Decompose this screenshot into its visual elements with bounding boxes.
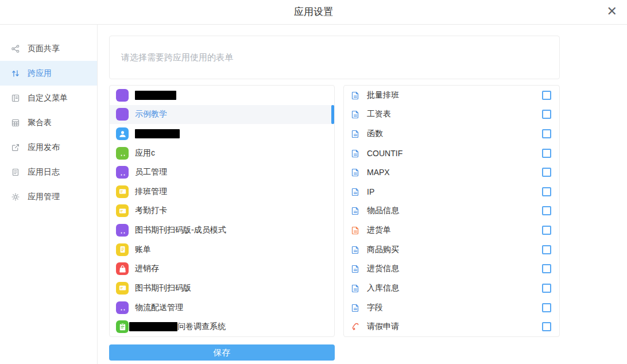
card-icon xyxy=(116,204,129,217)
app-name: 进销存 xyxy=(135,264,159,274)
doc-icon xyxy=(351,129,360,138)
sidebar-item-label: 页面共享 xyxy=(28,44,60,54)
doc-icon xyxy=(351,110,360,119)
doc-icon xyxy=(351,168,360,177)
form-name: 批量排班 xyxy=(367,90,399,100)
form-checkbox[interactable] xyxy=(542,303,551,312)
sidebar-item-5[interactable]: 应用日志 xyxy=(0,160,97,184)
save-button[interactable]: 保存 xyxy=(109,344,335,361)
doc-icon xyxy=(351,206,360,215)
table-icon xyxy=(11,118,20,127)
app-name: 考勤打卡 xyxy=(135,206,167,216)
bill-icon xyxy=(116,243,129,256)
chart-icon xyxy=(116,108,129,121)
form-checkbox[interactable] xyxy=(542,226,551,235)
form-row[interactable]: COUNTIF xyxy=(344,144,559,163)
app-list: 示例教学应用c员工管理排班管理考勤打卡图书期刊扫码版-成员模式账单进销存图书期刊… xyxy=(109,85,335,337)
form-checkbox[interactable] xyxy=(542,129,551,138)
flow-icon xyxy=(351,322,360,331)
sidebar-item-0[interactable]: 页面共享 xyxy=(0,36,97,61)
bag-icon xyxy=(116,262,129,275)
form-row[interactable]: 进货单 xyxy=(344,220,559,240)
form-checkbox[interactable] xyxy=(542,322,551,331)
app-name: 物流配送管理 xyxy=(135,303,183,313)
card-icon xyxy=(116,185,129,198)
redacted-text xyxy=(135,91,176,100)
swap-icon xyxy=(11,69,20,78)
sidebar-item-label: 应用管理 xyxy=(28,192,60,202)
form-row[interactable]: 字段 xyxy=(344,298,559,317)
form-checkbox[interactable] xyxy=(542,110,551,119)
log-icon xyxy=(11,168,20,177)
form-row[interactable]: IP xyxy=(344,182,559,202)
app-row[interactable]: 账单 xyxy=(110,240,334,260)
app-row[interactable] xyxy=(110,86,334,105)
redacted-text xyxy=(135,129,180,138)
app-row[interactable]: 物流配送管理 xyxy=(110,298,334,317)
app-name: 示例教学 xyxy=(135,109,167,119)
form-row[interactable]: 入库信息 xyxy=(344,278,559,298)
app-name xyxy=(135,91,176,100)
cart-icon xyxy=(116,224,129,237)
gear-icon xyxy=(11,192,20,202)
form-checkbox[interactable] xyxy=(542,284,551,293)
page-title: 应用设置 xyxy=(0,0,627,24)
sidebar-item-4[interactable]: 应用发布 xyxy=(0,135,97,160)
form-checkbox[interactable] xyxy=(542,206,551,215)
app-row[interactable]: 员工管理 xyxy=(110,162,334,182)
form-row[interactable]: 函数 xyxy=(344,124,559,144)
form-checkbox[interactable] xyxy=(542,264,551,273)
doc-icon xyxy=(351,91,360,100)
form-checkbox[interactable] xyxy=(542,149,551,158)
form-row[interactable]: 批量排班 xyxy=(344,86,559,105)
form-row[interactable]: 进货信息 xyxy=(344,259,559,278)
sidebar-item-1[interactable]: 跨应用 xyxy=(0,61,97,86)
app-name: 问卷调查系统 xyxy=(135,322,226,332)
clipboard-icon xyxy=(116,320,129,333)
form-name: 物品信息 xyxy=(367,206,399,216)
sidebar-item-label: 跨应用 xyxy=(28,68,52,79)
share-icon xyxy=(11,44,20,53)
form-row[interactable]: 商品购买 xyxy=(344,240,559,260)
form-list: 批量排班工资表函数COUNTIFMAPXIP物品信息进货单商品购买进货信息入库信… xyxy=(343,85,560,337)
app-row[interactable]: 图书期刊扫码版 xyxy=(110,278,334,298)
form-name: COUNTIF xyxy=(367,149,402,158)
close-icon[interactable]: ✕ xyxy=(607,5,617,18)
sidebar-item-label: 自定义菜单 xyxy=(28,93,68,103)
dialog-header: 应用设置 ✕ xyxy=(0,0,627,25)
doc-icon xyxy=(351,245,360,254)
form-row[interactable]: MAPX xyxy=(344,162,559,182)
form-name: 商品购买 xyxy=(367,245,399,255)
app-row[interactable]: 考勤打卡 xyxy=(110,202,334,221)
form-select-input[interactable]: 请选择需要跨应用使用的表单 xyxy=(109,36,560,79)
sidebar-item-2[interactable]: 自定义菜单 xyxy=(0,86,97,110)
sidebar-item-3[interactable]: 聚合表 xyxy=(0,110,97,135)
app-row[interactable]: 进销存 xyxy=(110,259,334,278)
form-checkbox[interactable] xyxy=(542,91,551,100)
app-row[interactable]: 应用c xyxy=(110,144,334,163)
form-select-placeholder: 请选择需要跨应用使用的表单 xyxy=(121,52,233,63)
form-row[interactable]: 请假申请 xyxy=(344,317,559,336)
app-name: 账单 xyxy=(135,245,151,255)
form-row[interactable]: 物品信息 xyxy=(344,202,559,221)
card-icon xyxy=(116,282,129,295)
form-name: 工资表 xyxy=(367,109,391,119)
form-checkbox[interactable] xyxy=(542,245,551,254)
sidebar-item-label: 应用日志 xyxy=(28,167,60,177)
cart-icon xyxy=(116,301,129,314)
app-name: 员工管理 xyxy=(135,167,167,177)
form-checkbox[interactable] xyxy=(542,187,551,196)
form-checkbox[interactable] xyxy=(542,168,551,177)
app-name: 图书期刊扫码版-成员模式 xyxy=(135,225,226,235)
app-name: 图书期刊扫码版 xyxy=(135,283,191,293)
app-row[interactable]: 问卷调查系统 xyxy=(110,317,334,336)
form-row[interactable]: 工资表 xyxy=(344,105,559,125)
app-row[interactable] xyxy=(110,124,334,144)
menu-icon xyxy=(11,94,20,103)
app-row[interactable]: 示例教学 xyxy=(110,105,334,125)
doc-icon xyxy=(351,226,360,235)
app-row[interactable]: 排班管理 xyxy=(110,182,334,202)
app-row[interactable]: 图书期刊扫码版-成员模式 xyxy=(110,220,334,240)
sidebar-item-6[interactable]: 应用管理 xyxy=(0,184,97,209)
cart-icon xyxy=(116,147,129,160)
